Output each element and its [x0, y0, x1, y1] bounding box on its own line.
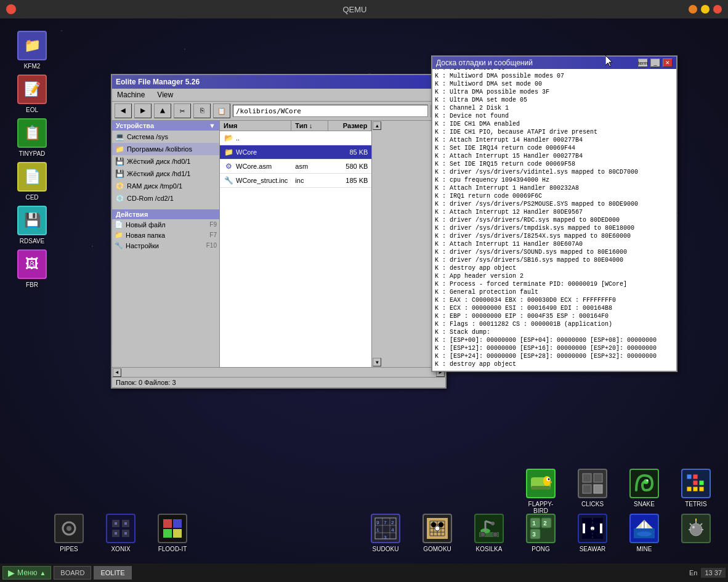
- desktop-icon-rdsave[interactable]: 💾 RDSAVE: [12, 206, 52, 245]
- gomoku-label: GOMOKU: [423, 546, 451, 552]
- flood-it-label: FLOOD-IT: [158, 546, 187, 552]
- log-line: K : [ESP+12]: 00000000 [ESP+16]: 0000000…: [435, 344, 674, 352]
- sidebar-item-sys[interactable]: 💻 Система /sys: [112, 131, 219, 143]
- fm-toolbar: ◄ ► ▲ ✂ ⎘ 📋 /kolibrios/WCore ▼: [112, 102, 445, 121]
- fm-file-row-wcore-struct[interactable]: 🔧 WCore_struct.inc inc 185 KB: [220, 174, 371, 188]
- qemu-icon: [6, 4, 16, 14]
- fm-action-new-folder[interactable]: 📁 Новая папка F7: [112, 230, 219, 240]
- parent-dir-size: [328, 137, 371, 139]
- minimize-button[interactable]: [689, 5, 697, 14]
- dw-term-button[interactable]: term: [638, 59, 648, 67]
- fm-scroll-left-btn[interactable]: ◄: [113, 368, 121, 377]
- desktop-icon-kfm2[interactable]: 📁 KFM2: [12, 31, 52, 70]
- fm-menu-machine[interactable]: Machine: [115, 90, 147, 100]
- taskbar-item-eolite[interactable]: EOLITE: [94, 566, 131, 580]
- log-line: K : Channel 2 Disk 1: [435, 104, 674, 112]
- fm-sidebar: Устройства ▼ 💻 Система /sys 📁 Программы …: [112, 121, 220, 367]
- desktop-icon-tinypad[interactable]: 📋 TINYPAD: [12, 118, 52, 157]
- fm-devices-title: Устройства: [116, 122, 154, 129]
- flood-it-icon: [158, 514, 187, 543]
- sidebar-item-cd[interactable]: 💿 CD-Rom /cd2/1: [112, 192, 219, 204]
- desktop-icon-gomoku[interactable]: GOMOKU: [418, 514, 457, 552]
- wcore-struct-size: 185 KB: [328, 176, 371, 185]
- eol-label: EOL: [26, 107, 38, 113]
- log-line: K : [ESP+24]: 00000000 [ESP+28]: 0000000…: [435, 352, 674, 360]
- svg-rect-74: [600, 523, 602, 533]
- desktop-icon-tetris[interactable]: TETRIS: [676, 469, 716, 514]
- dw-close-button[interactable]: ✕: [663, 59, 673, 67]
- settings-label: Настройки: [126, 242, 159, 249]
- start-button[interactable]: ▶ Меню ▲: [2, 566, 51, 580]
- fm-up-button[interactable]: ▲: [154, 103, 171, 118]
- sidebar-item-kolibrios[interactable]: 📁 Программы /kolibrios: [112, 143, 219, 155]
- hd1-icon: 💾: [115, 169, 124, 179]
- close-button[interactable]: [713, 5, 722, 14]
- fm-hscroll-track: [122, 370, 435, 375]
- desktop-icon-flappy-bird[interactable]: FLAPPY-BIRD: [521, 469, 560, 514]
- desktop-icons-br-row1: FLAPPY-BIRD CLICKS SNAKE: [521, 469, 716, 514]
- sidebar-item-ram[interactable]: 📀 RAM диск /tmp0/1: [112, 180, 219, 192]
- kosilka-label: KOSILKA: [476, 546, 503, 552]
- seawar-label: MINE: [637, 546, 652, 552]
- svg-rect-30: [699, 480, 704, 485]
- fm-parent-dir-row[interactable]: 📂 ..: [220, 131, 371, 145]
- desktop-icon-eol[interactable]: 📝 EOL: [12, 75, 52, 113]
- desktop-icon-pong[interactable]: SEAWAR: [573, 514, 612, 552]
- fm-scroll-up-btn[interactable]: ▲: [373, 121, 381, 130]
- desktop-icon-15[interactable]: 1 2 3 PONG: [521, 514, 560, 552]
- fm-scroll-down-btn[interactable]: ▼: [373, 358, 381, 366]
- log-line: K : destroy app object: [435, 264, 674, 272]
- snake-label: SNAKE: [634, 501, 655, 507]
- log-line: K : Ultra DMA possible modes 3F: [435, 88, 674, 96]
- fm-devices-collapse[interactable]: ▼: [209, 122, 216, 129]
- desktop-icon-snake[interactable]: SNAKE: [625, 469, 664, 514]
- fm-copy-button[interactable]: ⎘: [193, 103, 211, 118]
- svg-rect-29: [693, 480, 698, 485]
- fm-back-button[interactable]: ◄: [115, 103, 132, 118]
- taskbar-item-board[interactable]: BOARD: [54, 566, 91, 580]
- fm-paste-button[interactable]: 📋: [213, 103, 230, 118]
- svg-rect-23: [583, 485, 591, 493]
- fm-file-row-wcore[interactable]: 📁 WCore 85 KB: [220, 145, 371, 160]
- desktop-icon-clicks[interactable]: CLICKS: [573, 469, 612, 514]
- fm-cut-button[interactable]: ✂: [174, 103, 191, 118]
- maximize-button[interactable]: [701, 5, 710, 14]
- log-line: K : Ultra DMA set mode 05: [435, 96, 674, 104]
- fm-scrollbar: ▲ ▼: [371, 121, 381, 367]
- sidebar-item-hd1[interactable]: 💾 Жёсткий диск /hd1/1: [112, 168, 219, 180]
- desktop-icon-xonix[interactable]: XONIX: [101, 514, 140, 552]
- settings-icon: 🔧: [115, 241, 123, 249]
- desktop-icon-fbr[interactable]: 🖼 FBR: [12, 249, 52, 288]
- fm-file-row-wcore-asm[interactable]: ⚙ WCore.asm asm 580 KB: [220, 160, 371, 174]
- desktop: QEMU 📁 KFM2 📝 EOL 📋 TINYPAD: [0, 0, 728, 582]
- header-size[interactable]: Размер: [328, 121, 371, 131]
- tetris-icon: [681, 469, 711, 498]
- start-arrow-icon: ▲: [39, 570, 46, 576]
- taskbar-right: En 13 37: [689, 568, 726, 578]
- header-type[interactable]: Тип ↓: [291, 121, 328, 131]
- log-line: K : [ESP+00]: 00000000 [ESP+04]: 0000000…: [435, 336, 674, 344]
- desktop-icon-mine[interactable]: [676, 514, 716, 552]
- desktop-icon-kosilka[interactable]: KOSILKA: [469, 514, 509, 552]
- wcore-asm-size: 580 KB: [328, 162, 371, 171]
- desktop-icon-seawar[interactable]: MINE: [625, 514, 664, 552]
- fm-action-new-file[interactable]: 📄 Новый файл F9: [112, 219, 219, 230]
- desktop-icon-pipes[interactable]: PIPES: [49, 514, 89, 552]
- fm-content: Устройства ▼ 💻 Система /sys 📁 Программы …: [112, 121, 381, 367]
- log-line: K : Attach Interrupt 14 Handler 000277B4: [435, 136, 674, 144]
- log-line: K : Device not found: [435, 112, 674, 120]
- fm-menu-view[interactable]: View: [155, 90, 176, 100]
- fm-forward-button[interactable]: ►: [134, 103, 152, 118]
- desktop-icon-ced[interactable]: 📄 CED: [12, 162, 52, 201]
- fm-action-settings[interactable]: 🔧 Настройки F10: [112, 240, 219, 251]
- kolibrios-icon: 📁: [115, 144, 124, 154]
- sidebar-item-hd0[interactable]: 💾 Жёсткий диск /hd0/1: [112, 155, 219, 168]
- header-name[interactable]: Имя: [220, 121, 291, 131]
- desktop-icon-sudoku[interactable]: 9 7 2 1 4 3 SUDOKU: [366, 514, 405, 552]
- log-line: K : Attach Interrupt 12 Handler 80DE9567: [435, 208, 674, 216]
- fm-status-text: Папок: 0 Файлов: 3: [116, 379, 176, 386]
- fm-file-list: Имя Тип ↓ Размер 📂 ..: [220, 121, 371, 367]
- dw-minimize-button[interactable]: _: [650, 59, 660, 67]
- desktop-icon-flood-it[interactable]: FLOOD-IT: [153, 514, 192, 552]
- kfm2-label: KFM2: [24, 63, 41, 70]
